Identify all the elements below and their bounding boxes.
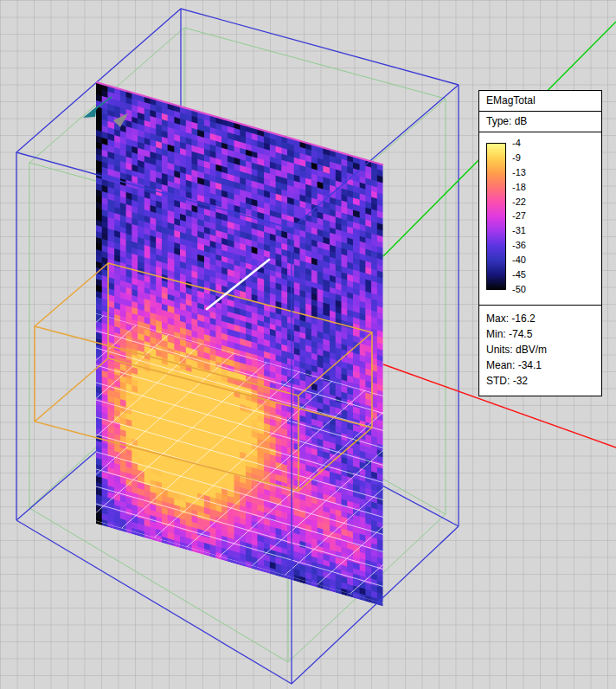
scale-label: -9 bbox=[512, 153, 526, 163]
scale-label: -45 bbox=[512, 270, 526, 280]
legend-stats: Max: -16.2 Min: -74.5 Units: dBV/m Mean:… bbox=[479, 306, 601, 396]
object-bounding-box bbox=[35, 263, 372, 491]
scale-label: -31 bbox=[512, 226, 526, 235]
plot-mesh-grid bbox=[96, 69, 383, 689]
dipole-antenna bbox=[207, 260, 269, 309]
scale-label: -13 bbox=[512, 168, 526, 177]
inner-boundary-box bbox=[29, 28, 446, 662]
scale-label: -40 bbox=[512, 255, 526, 265]
plot-top-edge bbox=[96, 82, 383, 165]
stat-std: STD: -32 bbox=[486, 373, 598, 389]
legend-title: EMagTotal bbox=[479, 91, 601, 112]
scale-label: -4 bbox=[512, 138, 526, 148]
legend-type: Type: dB bbox=[479, 112, 601, 132]
stat-units: Units: dBV/m bbox=[486, 342, 598, 357]
excitation-arrow-head bbox=[83, 106, 97, 118]
orientation-arrow-icon bbox=[113, 113, 128, 127]
inner-box-edges bbox=[29, 28, 446, 662]
colorbar-labels: -4 -9 -13 -18 -22 -27 -31 -36 -40 -45 -5… bbox=[512, 138, 526, 294]
outer-boundary-box-near-edges bbox=[16, 85, 459, 684]
excitation-arrow-icon bbox=[83, 97, 128, 127]
field-plot-legend[interactable]: EMagTotal Type: dB -4 -9 -13 -18 -22 -27… bbox=[478, 90, 602, 396]
scale-label: -27 bbox=[512, 211, 526, 221]
excitation-arrow-shaft bbox=[92, 97, 112, 112]
legend-colorbar-section: -4 -9 -13 -18 -22 -27 -31 -36 -40 -45 -5… bbox=[479, 132, 601, 306]
scale-label: -22 bbox=[512, 197, 526, 207]
3d-modeler-viewport[interactable]: EMagTotal Type: dB -4 -9 -13 -18 -22 -27… bbox=[0, 0, 616, 689]
stat-min: Min: -74.5 bbox=[486, 326, 598, 342]
outer-box-far-edges-path bbox=[16, 9, 459, 526]
field-plot-plane bbox=[96, 82, 383, 607]
colorbar bbox=[486, 143, 506, 290]
stat-max: Max: -16.2 bbox=[486, 311, 598, 326]
stat-mean: Mean: -34.1 bbox=[486, 357, 598, 373]
scale-label: -36 bbox=[512, 241, 526, 250]
outer-boundary-box-far-edges bbox=[16, 9, 459, 526]
scale-label: -50 bbox=[512, 285, 526, 294]
scale-label: -18 bbox=[512, 183, 526, 192]
outer-box-near-edges-path bbox=[16, 85, 459, 684]
object-box-edges bbox=[35, 263, 372, 491]
